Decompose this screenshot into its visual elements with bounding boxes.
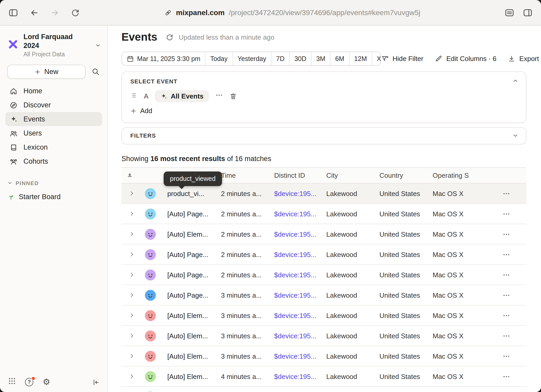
collapse-sidebar-icon[interactable] [92, 378, 100, 386]
table-row[interactable]: [Auto] Elem... 4 minutes a... $device:19… [121, 366, 526, 387]
chevron-up-icon[interactable] [512, 78, 519, 84]
sidebar-item-label: Users [23, 129, 42, 137]
range-12m[interactable]: 12M [349, 52, 372, 65]
workspace-switcher[interactable]: Lord Farquaad 2024 All Project Data [0, 30, 107, 61]
range-30d[interactable]: 30D [289, 52, 311, 65]
back-icon[interactable] [29, 8, 39, 17]
table-row[interactable]: [Auto] Elem... 3 minutes a... $device:19… [121, 346, 526, 366]
distinct-id-link[interactable]: $device:195... [274, 189, 326, 197]
distinct-id-link[interactable]: $device:195... [274, 311, 326, 319]
event-name[interactable]: [Auto] Elem... [167, 311, 221, 319]
pinned-section-header[interactable]: PINNED [7, 180, 100, 186]
event-name[interactable]: [Auto] Elem... [167, 372, 221, 380]
expand-row-chevron-icon[interactable] [121, 292, 142, 298]
row-menu-icon[interactable] [502, 250, 510, 258]
col-header-os[interactable]: Operating S [433, 172, 486, 179]
col-header-distinct-id[interactable]: Distinct ID [274, 172, 326, 179]
expand-row-chevron-icon[interactable] [121, 272, 142, 278]
row-menu-icon[interactable] [502, 210, 510, 218]
distinct-id-link[interactable]: $device:195... [274, 250, 326, 258]
distinct-id-link[interactable]: $device:195... [274, 230, 326, 238]
row-menu-icon[interactable] [502, 189, 510, 197]
table-row[interactable]: [Auto] Elem... 3 minutes a... $device:19… [121, 305, 526, 326]
event-selector-chip[interactable]: All Events [155, 90, 209, 102]
event-name[interactable]: [Auto] Elem... [167, 332, 221, 340]
col-header-city[interactable]: City [326, 172, 379, 179]
expand-row-chevron-icon[interactable] [121, 190, 142, 197]
row-menu-icon[interactable] [502, 271, 510, 279]
date-picker-button[interactable]: Mar 11, 2025 3:30 pm [122, 52, 205, 65]
row-menu-icon[interactable] [502, 311, 510, 319]
help-icon[interactable]: ? [25, 378, 34, 387]
sparkle-icon [9, 115, 18, 123]
sidebar-toggle-icon[interactable] [8, 8, 18, 17]
range-3m[interactable]: 3M [311, 52, 330, 65]
sidebar-item-lexicon[interactable]: Lexicon [5, 140, 102, 154]
row-menu-icon[interactable] [502, 352, 510, 360]
apps-grid-icon[interactable] [8, 377, 16, 387]
range-xtd[interactable]: XTD [372, 52, 381, 65]
reload-icon[interactable] [71, 8, 80, 17]
hide-filter-button[interactable]: Hide Filter [381, 55, 423, 63]
sidebar-item-cohorts[interactable]: Cohorts [5, 154, 102, 168]
table-row[interactable] [121, 387, 526, 392]
more-options-icon[interactable] [215, 91, 223, 101]
table-row[interactable]: [Auto] Page... 2 minutes a... $device:19… [121, 204, 526, 224]
export-button[interactable]: Export [508, 55, 539, 63]
distinct-id-link[interactable]: $device:195... [274, 210, 326, 218]
refresh-icon[interactable] [166, 33, 174, 41]
chevron-down-icon[interactable] [512, 132, 519, 139]
table-row[interactable]: [Auto] Page... 2 minutes a... $device:19… [121, 265, 526, 285]
table-row[interactable]: [Auto] Elem... 2 minutes a... $device:19… [121, 224, 526, 244]
search-icon[interactable] [91, 67, 100, 76]
sidebar-item-home[interactable]: Home [5, 84, 102, 98]
expand-row-chevron-icon[interactable] [121, 231, 142, 237]
row-menu-icon[interactable] [502, 230, 510, 238]
range-today[interactable]: Today [205, 52, 232, 65]
event-name[interactable]: product_vi... [167, 189, 221, 197]
distinct-id-link[interactable]: $device:195... [274, 352, 326, 360]
expand-row-chevron-icon[interactable] [121, 312, 142, 318]
add-event-button[interactable]: Add [130, 107, 152, 115]
expand-row-chevron-icon[interactable] [121, 211, 142, 217]
expand-row-chevron-icon[interactable] [121, 353, 142, 359]
event-name[interactable]: [Auto] Page... [167, 210, 221, 218]
collapse-rows-icon[interactable] [121, 172, 142, 179]
distinct-id-link[interactable]: $device:195... [274, 332, 326, 340]
row-menu-icon[interactable] [502, 372, 510, 380]
table-row[interactable]: [Auto] Page... 2 minutes a... $device:19… [121, 244, 526, 265]
distinct-id-link[interactable]: $device:195... [274, 291, 326, 299]
range-7d[interactable]: 7D [271, 52, 289, 65]
sidebar-item-discover[interactable]: Discover [5, 98, 102, 112]
event-name[interactable]: [Auto] Page... [167, 291, 221, 299]
event-name[interactable]: [Auto] Elem... [167, 352, 221, 360]
range-yesterday[interactable]: Yesterday [232, 52, 271, 65]
event-name[interactable]: [Auto] Page... [167, 271, 221, 279]
pinned-item-starter-board[interactable]: Starter Board [7, 193, 100, 201]
table-row[interactable]: [Auto] Page... 3 minutes a... $device:19… [121, 285, 526, 305]
page-settings-icon[interactable] [505, 8, 514, 17]
split-view-icon[interactable] [523, 8, 533, 17]
settings-gear-icon[interactable]: ⚙ [43, 378, 50, 386]
trash-icon[interactable] [229, 92, 237, 100]
col-header-country[interactable]: Country [379, 172, 433, 179]
sidebar-item-users[interactable]: Users [5, 126, 102, 140]
row-menu-icon[interactable] [502, 291, 510, 299]
drag-handle-icon[interactable] [130, 91, 138, 101]
sidebar-item-events[interactable]: Events [5, 112, 102, 126]
expand-row-chevron-icon[interactable] [121, 333, 142, 339]
table-row[interactable]: [Auto] Elem... 3 minutes a... $device:19… [121, 326, 526, 346]
new-button[interactable]: New [7, 65, 85, 79]
distinct-id-link[interactable]: $device:195... [274, 271, 326, 279]
event-name[interactable]: [Auto] Elem... [167, 230, 221, 238]
distinct-id-link[interactable]: $device:195... [274, 372, 326, 380]
range-6m[interactable]: 6M [330, 52, 349, 65]
address-bar[interactable]: mixpanel.com/project/3472420/view/397469… [80, 8, 505, 17]
col-header-time[interactable]: Time [221, 172, 274, 179]
expand-row-chevron-icon[interactable] [121, 251, 142, 258]
event-name[interactable]: [Auto] Page... [167, 250, 221, 258]
row-menu-icon[interactable] [502, 332, 510, 340]
expand-row-chevron-icon[interactable] [121, 373, 142, 379]
chevron-down-icon[interactable] [95, 42, 101, 48]
edit-columns-button[interactable]: Edit Columns · 6 [435, 55, 496, 63]
